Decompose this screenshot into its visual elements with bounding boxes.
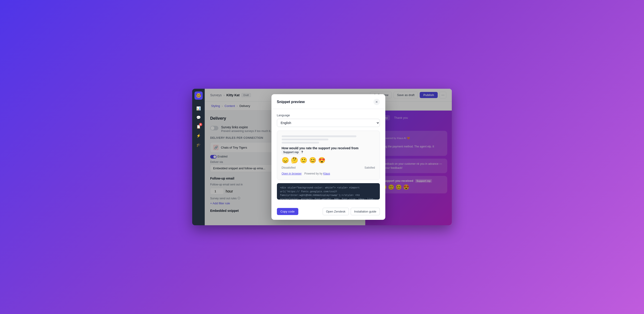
language-select[interactable]: English Spanish French German <box>277 119 380 127</box>
sidebar-item-chat[interactable]: 💬 <box>194 113 203 121</box>
modal-overlay[interactable]: Snippet preview ✕ Language English Spani… <box>205 89 452 225</box>
chart-icon: 📊 <box>196 106 201 111</box>
emoji-sad[interactable]: 😞 <box>282 157 289 164</box>
open-in-browser-link[interactable]: Open in browser <box>282 172 302 175</box>
code-block: <div style="background-color: white"> <s… <box>277 183 380 200</box>
main-content: Surveys › Kitty Kat Draft 👁 Preview Save… <box>205 89 452 225</box>
snippet-emojis[interactable]: 😞 🤔 🙂 😊 😍 <box>282 157 375 164</box>
emoji-happy[interactable]: 😊 <box>309 157 316 164</box>
powered-by-text: Powered by by Klaus <box>304 172 330 175</box>
logo-icon: 🤓 <box>196 93 201 98</box>
skeleton-line-1 <box>282 135 356 137</box>
dissatisfied-label: Dissatisfied <box>282 166 296 169</box>
satisfied-label: Satisfied <box>364 166 375 169</box>
lightning-icon: ⚡ <box>196 134 201 138</box>
language-label: Language <box>277 114 380 117</box>
emoji-neutral[interactable]: 🙂 <box>300 157 307 164</box>
sidebar: 🤓 📊 💬 📋 8 ⚡ 🎓 <box>192 89 205 225</box>
copy-code-button[interactable]: Copy code <box>277 208 298 215</box>
emoji-thinking[interactable]: 🤔 <box>291 157 298 164</box>
modal-close-button[interactable]: ✕ <box>374 99 380 105</box>
snippet-card: How would you rate the support you recei… <box>277 131 380 180</box>
open-zendesk-button[interactable]: Open Zendesk <box>323 208 349 215</box>
sidebar-item-graduation[interactable]: 🎓 <box>194 141 203 149</box>
sidebar-item-lightning[interactable]: ⚡ <box>194 131 203 140</box>
modal-title: Snippet preview <box>277 100 305 104</box>
chat-icon: 💬 <box>196 115 201 120</box>
skeleton-line-2 <box>282 139 328 140</box>
snippet-preview-modal: Snippet preview ✕ Language English Spani… <box>272 94 385 220</box>
snippet-labels: Dissatisfied Satisfied <box>282 166 375 169</box>
installation-guide-button[interactable]: Installation guide <box>351 208 380 215</box>
snippet-links: Open in browser Powered by by Klaus <box>282 172 375 175</box>
sidebar-item-chart[interactable]: 📊 <box>194 104 203 112</box>
modal-body: Language English Spanish French German <box>272 109 385 208</box>
graduation-icon: 🎓 <box>196 143 201 147</box>
footer-right-actions: Open Zendesk Installation guide <box>323 208 380 215</box>
snippet-question: How would you rate the support you recei… <box>282 146 375 154</box>
snippet-support-rep-badge: Support rep <box>282 150 300 154</box>
tasks-badge: 8 <box>199 123 202 126</box>
modal-footer: Copy code Open Zendesk Installation guid… <box>272 208 385 220</box>
skeleton-line-3 <box>282 142 319 144</box>
code-content: <div style="background-color: white"> <s… <box>280 186 375 200</box>
emoji-love[interactable]: 😍 <box>318 157 326 164</box>
modal-header: Snippet preview ✕ <box>272 94 385 109</box>
powered-brand-link[interactable]: Klaus <box>323 172 330 175</box>
sidebar-item-tasks[interactable]: 📋 8 <box>194 122 203 131</box>
sidebar-logo: 🤓 <box>194 91 203 100</box>
